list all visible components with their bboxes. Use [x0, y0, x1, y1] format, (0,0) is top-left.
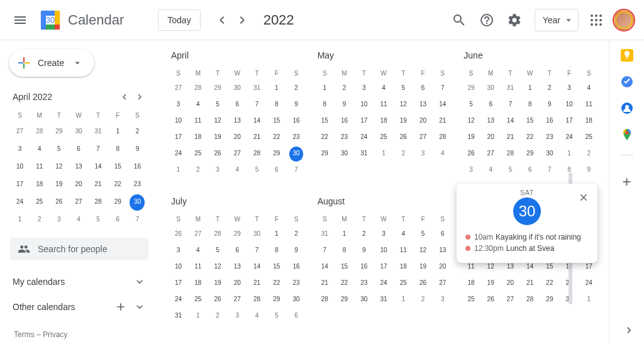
month-day-cell[interactable]: 31 — [377, 292, 391, 308]
month-day-cell[interactable]: 29 — [230, 227, 244, 242]
month-day-cell[interactable]: 11 — [582, 97, 596, 113]
month-day-cell[interactable]: 25 — [191, 147, 205, 162]
month-day-cell[interactable]: 1 — [172, 163, 186, 178]
month-day-cell[interactable]: 23 — [543, 130, 557, 145]
month-day-cell[interactable]: 3 — [230, 309, 244, 324]
month-day-cell[interactable]: 30 — [357, 292, 371, 308]
month-day-cell[interactable]: 22 — [338, 276, 352, 291]
month-day-cell[interactable]: 7 — [503, 97, 517, 113]
month-day-cell[interactable]: 7 — [250, 243, 264, 258]
month-day-cell[interactable]: 13 — [230, 260, 244, 275]
month-day-cell[interactable]: 23 — [338, 130, 352, 145]
month-day-cell[interactable]: 17 — [377, 260, 391, 275]
month-day-cell[interactable]: 4 — [191, 97, 205, 113]
month-day-cell[interactable]: 27 — [230, 147, 244, 162]
mini-day-cell[interactable]: 25 — [32, 194, 47, 211]
month-day-cell[interactable]: 24 — [377, 276, 391, 291]
month-day-cell[interactable]: 20 — [484, 130, 497, 145]
other-calendars-toggle[interactable]: Other calendars — [5, 294, 151, 319]
event-row[interactable]: 10amKayaking if it's not raining — [465, 231, 589, 243]
month-day-cell[interactable]: 28 — [250, 292, 264, 308]
month-day-cell[interactable]: 21 — [436, 114, 450, 129]
mini-day-cell[interactable]: 27 — [13, 124, 28, 140]
month-day-cell[interactable]: 29 — [211, 81, 225, 96]
month-day-cell[interactable]: 31 — [357, 147, 371, 162]
month-day-cell[interactable]: 12 — [416, 243, 430, 258]
month-day-cell[interactable]: 28 — [191, 81, 205, 96]
month-day-cell[interactable]: 18 — [191, 276, 205, 291]
mini-day-cell[interactable]: 22 — [110, 177, 125, 193]
month-day-cell[interactable]: 12 — [211, 114, 225, 129]
month-day-cell[interactable]: 8 — [523, 97, 537, 113]
mini-day-cell[interactable]: 27 — [71, 194, 86, 211]
terms-link[interactable]: Terms — [14, 330, 35, 339]
month-day-cell[interactable]: 20 — [230, 276, 244, 291]
month-day-cell[interactable]: 10 — [377, 243, 391, 258]
mini-day-cell[interactable]: 18 — [32, 177, 47, 193]
mini-day-cell[interactable]: 20 — [71, 177, 86, 193]
month-day-cell[interactable]: 1 — [523, 81, 537, 96]
month-day-cell[interactable]: 26 — [396, 130, 410, 145]
month-day-cell[interactable]: 29 — [543, 292, 557, 308]
month-day-cell[interactable]: 2 — [338, 81, 352, 96]
month-day-cell[interactable]: 17 — [357, 114, 371, 129]
month-day-cell[interactable]: 29 — [523, 147, 537, 162]
month-day-cell[interactable]: 21 — [318, 276, 331, 291]
month-day-cell[interactable]: 11 — [191, 260, 205, 275]
mini-day-cell[interactable]: 1 — [110, 124, 125, 140]
month-day-cell[interactable]: 25 — [464, 292, 478, 308]
today-button[interactable]: Today — [158, 9, 200, 31]
month-day-cell[interactable]: 18 — [191, 130, 205, 145]
month-day-cell[interactable]: 16 — [338, 114, 352, 129]
month-day-cell[interactable]: 17 — [172, 130, 186, 145]
mini-day-cell[interactable]: 5 — [91, 212, 106, 228]
month-day-cell[interactable]: 6 — [230, 97, 244, 113]
mini-day-cell[interactable]: 12 — [52, 159, 67, 175]
month-day-cell[interactable]: 7 — [289, 163, 303, 178]
month-day-cell[interactable]: 16 — [289, 260, 303, 275]
month-day-cell[interactable]: 6 — [523, 163, 537, 178]
mini-day-cell[interactable]: 23 — [130, 177, 145, 193]
month-day-cell[interactable]: 3 — [562, 81, 576, 96]
month-day-cell[interactable]: 8 — [338, 243, 352, 258]
month-day-cell[interactable]: 28 — [211, 227, 225, 242]
mini-day-cell[interactable]: 24 — [13, 194, 28, 211]
month-day-cell[interactable]: 29 — [338, 292, 352, 308]
month-day-cell[interactable]: 20 — [436, 260, 450, 275]
mini-day-cell[interactable]: 1 — [13, 212, 28, 228]
search-button[interactable] — [447, 8, 472, 33]
month-day-cell[interactable]: 10 — [172, 114, 186, 129]
month-day-cell[interactable]: 15 — [523, 114, 537, 129]
google-apps-button[interactable] — [584, 8, 609, 33]
month-day-cell[interactable]: 9 — [338, 97, 352, 113]
month-day-cell[interactable]: 28 — [250, 147, 264, 162]
month-day-cell[interactable]: 9 — [289, 243, 303, 258]
mini-day-cell[interactable]: 30 — [71, 124, 86, 140]
my-calendars-toggle[interactable]: My calendars — [5, 269, 151, 294]
month-day-cell[interactable]: 12 — [396, 97, 410, 113]
month-day-cell[interactable]: 27 — [172, 81, 186, 96]
mini-day-cell[interactable]: 2 — [32, 212, 47, 228]
month-day-cell[interactable]: 2 — [357, 227, 371, 242]
month-day-cell[interactable]: 12 — [464, 114, 478, 129]
month-day-cell[interactable]: 27 — [416, 130, 430, 145]
month-day-cell[interactable]: 13 — [230, 114, 244, 129]
mini-day-cell[interactable]: 3 — [13, 141, 28, 158]
month-day-cell[interactable]: 30 — [230, 81, 244, 96]
month-day-cell[interactable]: 18 — [396, 260, 410, 275]
month-day-cell[interactable]: 28 — [503, 147, 517, 162]
mini-day-cell[interactable]: 6 — [71, 141, 86, 158]
month-day-cell[interactable]: 20 — [503, 276, 517, 291]
month-day-cell[interactable]: 8 — [270, 97, 284, 113]
month-day-cell[interactable]: 26 — [416, 276, 430, 291]
contacts-app-icon[interactable] — [621, 102, 633, 114]
month-day-cell[interactable]: 26 — [211, 147, 225, 162]
mini-prev-button[interactable] — [117, 89, 132, 104]
mini-day-cell[interactable]: 30 — [130, 194, 145, 211]
month-day-cell[interactable]: 5 — [503, 163, 517, 178]
month-day-cell[interactable]: 29 — [318, 147, 331, 162]
popover-day-number[interactable]: 30 — [513, 197, 541, 225]
mini-day-cell[interactable]: 8 — [110, 141, 125, 158]
month-day-cell[interactable]: 21 — [523, 276, 537, 291]
month-day-cell[interactable]: 31 — [503, 81, 517, 96]
